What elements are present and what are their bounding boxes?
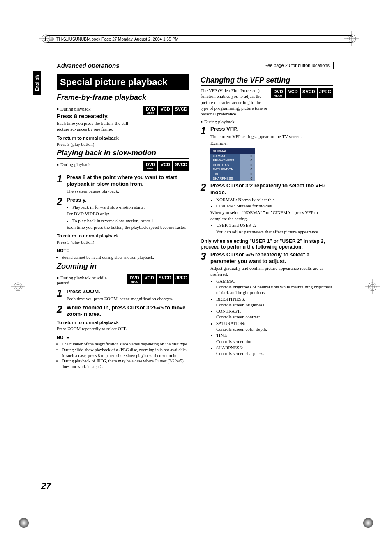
vcd-badge: VCD (142, 274, 156, 284)
dvd-badge: DVDVIDEO (271, 88, 285, 98)
step-number: 2 (57, 197, 64, 207)
table-header: NORMAL (210, 148, 255, 154)
dvd-badge: DVDVIDEO (143, 161, 157, 171)
body: Each time you press the button, the play… (67, 224, 189, 230)
return-body: Press 3 (play button). (57, 239, 189, 245)
step-1: 1 Press VFP. The current VFP settings ap… (201, 126, 333, 147)
frame-body: Each time you press the button, the stil… (57, 120, 141, 132)
body: When you select "NORMAL" or "CINEMA", pr… (210, 210, 333, 221)
param-val: 0 (240, 158, 255, 163)
svg-point-16 (19, 518, 29, 528)
param-item: GAMMA:Controls brightness of neutral tin… (216, 278, 333, 296)
vfp-settings-table: NORMAL GAMMA0 BRIGHTNESS0 CONTRAST0 SATU… (210, 148, 255, 181)
note-label: NOTE (57, 248, 82, 253)
bullet: CINEMA: Suitable for movies. (216, 203, 333, 209)
step-title: Press 8 at the point where you want to s… (67, 174, 189, 188)
param-name: GAMMA (210, 154, 240, 158)
page-number: 27 (41, 481, 51, 491)
content-area: Advanced operations See page 20 for butt… (57, 62, 334, 370)
bullet: Playback in forward slow-motion starts. (72, 204, 189, 210)
step-2: 2 While zoomed in, press Cursor 3/2/∞/5 … (57, 304, 189, 318)
reg-mark-icon (361, 516, 376, 530)
badge-group: DVDVIDEO VCD SVCD (143, 106, 189, 115)
see-page-box: See page 20 for button locations. (262, 62, 334, 69)
body: You can adjust parameters that affect pi… (216, 229, 333, 235)
language-tab: English (33, 71, 41, 95)
reg-mark-icon (365, 279, 380, 294)
svcd-badge: SVCD (173, 161, 189, 171)
note-item: During playback of JPEG, there may be a … (62, 358, 189, 369)
dvd-badge: DVDVIDEO (127, 274, 141, 284)
print-frame: TH-S1[USUNUB]-f.book Page 27 Monday, Aug… (45, 35, 353, 43)
note-item: During slide-show playback of a JPEG dis… (62, 347, 189, 358)
bullet: USER 1 and USER 2: (216, 222, 333, 228)
right-column: Changing the VFP setting DVDVIDEO VCD SV… (201, 74, 333, 370)
svg-point-17 (363, 518, 373, 528)
timing-text: During playback (57, 162, 90, 167)
frame-instruction: Press 8 repeatedly. (57, 113, 141, 120)
step-number: 1 (57, 174, 64, 184)
step-number: 1 (201, 126, 208, 136)
param-item: TINT:Controls screen tint. (216, 332, 333, 344)
param-name: TINT (210, 172, 240, 176)
param-name: BRIGHTNESS (210, 158, 240, 163)
svcd-badge: SVCD (157, 274, 173, 284)
step-2: 2 Press y. Playback in forward slow-moti… (57, 197, 189, 231)
return-label: To return to normal playback (57, 320, 189, 325)
left-column: Special picture playback Frame-by-frame … (57, 74, 189, 370)
frame-text: TH-S1[USUNUB]-f.book Page 27 Monday, Aug… (56, 37, 178, 41)
step-1: 1 Press ZOOM. Each time you press ZOOM, … (57, 288, 189, 303)
step-number: 2 (57, 304, 64, 314)
step-title: Press y. (67, 197, 189, 203)
reg-mark-icon (16, 516, 31, 530)
step-title: Press Cursor ∞/5 repeatedly to select a … (210, 251, 333, 265)
reg-mark-icon (11, 279, 25, 294)
step-title: Press Cursor 3/2 repeatedly to select th… (210, 182, 333, 196)
vcd-badge: VCD (158, 161, 172, 171)
step-title: Press VFP. (210, 126, 333, 132)
step-title: While zoomed in, press Cursor 3/2/∞/5 to… (67, 304, 189, 318)
section-title: Advanced operations (57, 62, 120, 69)
return-body: Press ZOOM repeatedly to select OFF. (57, 326, 189, 332)
param-val: 0 (240, 176, 255, 181)
step-number: 2 (201, 182, 208, 192)
param-val: 0 (240, 154, 255, 158)
header-row: Advanced operations See page 20 for butt… (57, 62, 334, 70)
timing-text: During playback (57, 106, 141, 111)
badge-group: DVDVIDEO VCD SVCD JPEG (271, 88, 333, 98)
note-label: NOTE (57, 335, 82, 340)
vfp-heading: Changing the VFP setting (201, 76, 333, 86)
return-label: To return to normal playback (57, 136, 189, 140)
step-body: The current VFP settings appear on the T… (210, 134, 333, 139)
param-item: SATURATION:Controls screen color depth. (216, 320, 333, 332)
step-title: Press ZOOM. (67, 288, 189, 295)
param-item: SHARPNESS:Controls screen sharpness. (216, 345, 333, 357)
svcd-badge: SVCD (173, 106, 189, 115)
param-name: CONTRAST (210, 163, 240, 167)
example-label: Example: (210, 140, 333, 146)
jpeg-badge: JPEG (174, 274, 189, 284)
dvd-badge: DVDVIDEO (143, 106, 157, 115)
step-body: The system pauses playback. (67, 188, 189, 194)
page: TH-S1[USUNUB]-f.book Page 27 Monday, Aug… (0, 0, 392, 555)
badge-group: DVDVIDEO VCD SVCD (143, 161, 189, 171)
jpeg-badge: JPEG (318, 88, 333, 98)
vcd-badge: VCD (286, 88, 300, 98)
zoom-heading: Zooming in (57, 262, 189, 272)
return-label: To return to normal playback (57, 233, 189, 238)
main-banner: Special picture playback (57, 74, 189, 90)
bullet: NORMAL: Normally select this. (216, 197, 333, 203)
orb-icon (49, 37, 54, 41)
param-val: 0 (240, 163, 255, 167)
bullet: To play back in reverse slow-motion, pre… (72, 218, 189, 223)
badge-group: DVDVIDEO VCD SVCD JPEG (127, 274, 189, 284)
slow-heading: Playing back in slow-motion (57, 149, 189, 159)
vfp-intro: The VFP (Video Fine Processor) function … (201, 88, 269, 117)
step-3: 3 Press Cursor ∞/5 repeatedly to select … (201, 251, 333, 357)
only-when: Only when selecting "USER 1" or "USER 2"… (201, 238, 333, 250)
svcd-badge: SVCD (301, 88, 317, 98)
param-item: CONTRAST:Controls screen contrast. (216, 308, 333, 320)
vcd-badge: VCD (158, 106, 172, 115)
body: For DVD VIDEO only: (67, 211, 189, 216)
frame-heading: Frame-by-frame playback (57, 93, 189, 103)
